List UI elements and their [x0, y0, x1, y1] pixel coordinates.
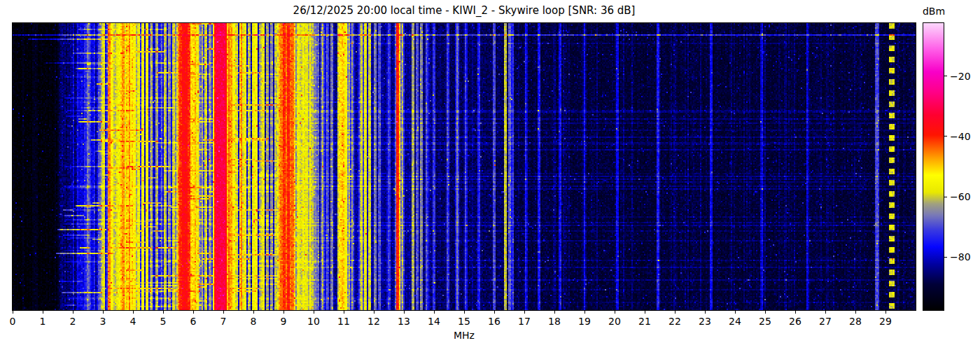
colorbar-frame: [923, 22, 944, 311]
colorbar-unit-label: dBm: [917, 6, 951, 17]
colorbar-tick-label: −40: [950, 132, 971, 141]
x-tick: [253, 311, 254, 314]
x-tick: [886, 311, 886, 314]
x-tick-label: 11: [330, 316, 358, 327]
x-tick-label: 4: [119, 316, 147, 327]
colorbar-tick-label: −80: [950, 252, 971, 262]
waterfall-figure: 26/12/2025 20:00 local time - KIWI_2 - S…: [0, 0, 980, 350]
x-tick-label: 23: [691, 316, 719, 327]
x-tick-label: 17: [510, 316, 538, 327]
x-tick: [825, 311, 826, 314]
x-tick-label: 22: [661, 316, 689, 327]
x-tick-label: 3: [89, 316, 117, 327]
x-tick: [43, 311, 43, 314]
x-tick: [705, 311, 706, 314]
x-tick: [163, 311, 164, 314]
x-tick-label: 15: [450, 316, 478, 327]
colorbar-tick: [944, 197, 947, 197]
x-tick: [494, 311, 495, 314]
x-tick-label: 26: [781, 316, 809, 327]
x-tick: [344, 311, 344, 314]
x-tick: [645, 311, 645, 314]
x-tick: [765, 311, 766, 314]
x-tick: [524, 311, 525, 314]
x-tick: [133, 311, 134, 314]
x-tick: [103, 311, 104, 314]
x-tick: [73, 311, 74, 314]
waterfall-plot-frame: [12, 22, 916, 311]
x-tick: [193, 311, 194, 314]
x-tick-label: 7: [209, 316, 237, 327]
x-tick: [735, 311, 736, 314]
x-tick-label: 16: [480, 316, 508, 327]
x-tick-label: 25: [751, 316, 779, 327]
x-tick: [284, 311, 284, 314]
x-tick: [464, 311, 465, 314]
x-tick-label: 28: [841, 316, 869, 327]
x-tick: [584, 311, 585, 314]
x-tick: [404, 311, 405, 314]
colorbar-tick: [944, 136, 947, 136]
x-tick-label: 18: [540, 316, 568, 327]
x-tick-label: 2: [59, 316, 87, 327]
colorbar-tick: [944, 76, 947, 76]
x-tick-label: 19: [570, 316, 598, 327]
x-tick-label: 10: [300, 316, 328, 327]
x-tick-label: 6: [179, 316, 207, 327]
x-tick: [13, 311, 13, 314]
x-tick-label: 14: [420, 316, 448, 327]
x-tick-label: 24: [721, 316, 749, 327]
x-tick-label: 13: [390, 316, 418, 327]
x-tick: [434, 311, 435, 314]
x-tick: [675, 311, 676, 314]
page-title: 26/12/2025 20:00 local time - KIWI_2 - S…: [13, 4, 916, 17]
x-tick-label: 12: [360, 316, 388, 327]
colorbar-tick-label: −60: [950, 192, 971, 202]
x-tick-label: 8: [239, 316, 267, 327]
x-tick-label: 1: [29, 316, 57, 327]
x-tick-label: 29: [872, 316, 899, 327]
colorbar-tick: [944, 257, 947, 258]
x-tick-label: 21: [631, 316, 659, 327]
x-tick: [795, 311, 796, 314]
x-tick: [374, 311, 374, 314]
x-tick: [615, 311, 615, 314]
x-tick-label: 5: [149, 316, 177, 327]
x-tick: [314, 311, 314, 314]
x-tick: [554, 311, 555, 314]
x-tick-label: 20: [601, 316, 629, 327]
x-tick: [855, 311, 856, 314]
colorbar-tick-label: −20: [950, 71, 971, 81]
waterfall-canvas: [13, 23, 916, 310]
colorbar-canvas: [923, 23, 944, 310]
x-tick-label: 0: [0, 316, 27, 327]
x-tick: [223, 311, 224, 314]
x-axis-label: MHz: [13, 330, 916, 341]
x-tick-label: 27: [811, 316, 839, 327]
x-tick-label: 9: [270, 316, 298, 327]
